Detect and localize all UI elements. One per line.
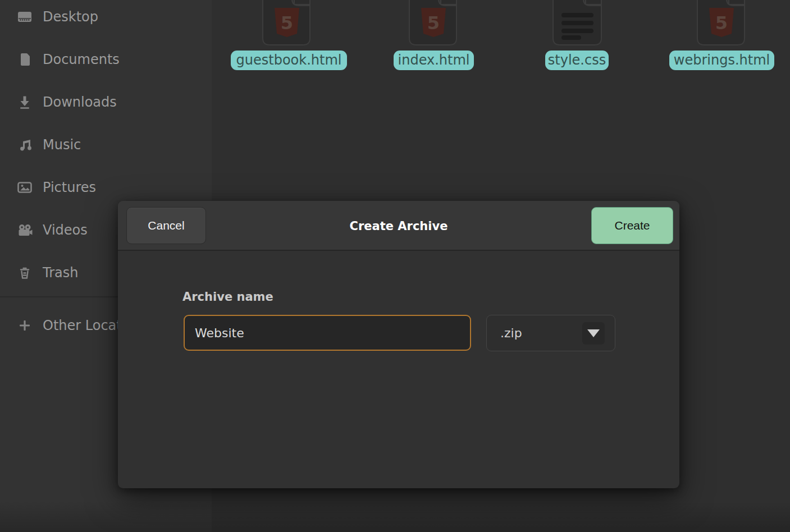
svg-text:5: 5 [281, 12, 293, 34]
html-file-icon: 5 [696, 0, 747, 48]
svg-text:5: 5 [715, 12, 728, 34]
document-icon [17, 52, 33, 67]
format-dropdown[interactable]: .zip [486, 315, 615, 351]
dialog-body: Archive name .zip [118, 252, 679, 488]
download-icon [17, 94, 33, 110]
sidebar-item-downloads[interactable]: Downloads [0, 89, 212, 116]
music-note-icon [17, 137, 33, 153]
sidebar-item-label: Videos [43, 222, 88, 238]
sidebar-item-desktop[interactable]: Desktop [0, 3, 212, 30]
sidebar-item-pictures[interactable]: Pictures [0, 174, 212, 201]
file-label: index.html [394, 51, 474, 70]
sidebar-item-documents[interactable]: Documents [0, 46, 212, 73]
sidebar-item-music[interactable]: Music [0, 131, 212, 158]
trash-icon [17, 265, 33, 281]
sidebar-item-label: Music [43, 137, 81, 153]
sidebar-item-label: Downloads [43, 94, 117, 110]
sidebar-item-label: Documents [43, 52, 120, 67]
video-camera-icon [17, 222, 33, 238]
sidebar-item-label: Desktop [43, 9, 98, 25]
dropdown-arrow-well [582, 322, 605, 345]
plus-icon [17, 318, 33, 333]
sidebar-item-label: Pictures [43, 180, 96, 195]
svg-text:5: 5 [427, 12, 440, 34]
archive-name-label: Archive name [182, 290, 273, 304]
archive-name-input[interactable] [184, 315, 471, 351]
file-label: style.css [545, 51, 609, 70]
sidebar-item-label: Trash [43, 265, 78, 281]
html-file-icon: 5 [262, 0, 312, 48]
file-label: webrings.html [669, 51, 774, 70]
format-selected-value: .zip [500, 326, 582, 340]
desktop-icon [17, 9, 33, 25]
files-window: Desktop Documents Downloads [0, 0, 790, 532]
file-label: guestbook.html [231, 51, 347, 70]
picture-icon [17, 180, 33, 195]
create-button[interactable]: Create [591, 207, 673, 244]
html-file-icon: 5 [408, 0, 459, 48]
chevron-down-icon [587, 329, 600, 337]
cancel-button[interactable]: Cancel [126, 207, 206, 244]
css-file-icon [552, 0, 604, 48]
create-archive-dialog: Create Archive Cancel Create Archive nam… [118, 201, 679, 488]
